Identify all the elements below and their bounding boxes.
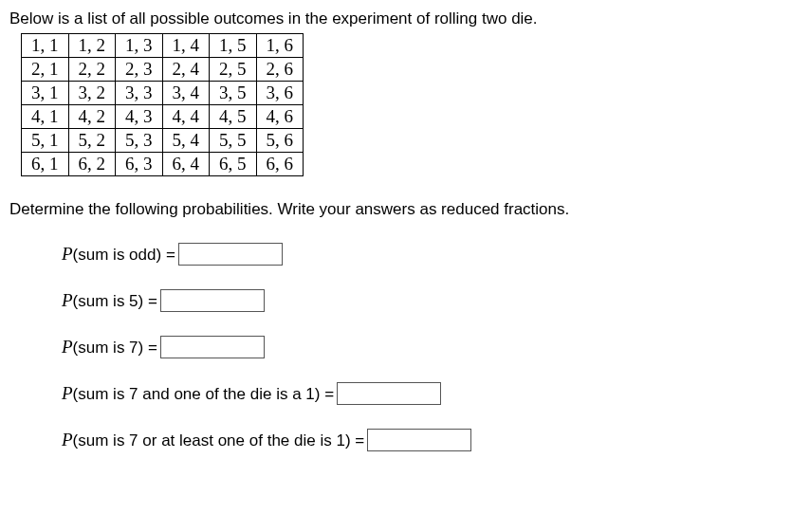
cell: 4, 1 (22, 105, 69, 129)
answer-input-sum-odd[interactable] (178, 243, 283, 266)
answer-input-sum-5[interactable] (160, 289, 265, 312)
question-sum-5: P(sum is 5) = (62, 289, 783, 312)
question-label: P(sum is 7) = (62, 337, 157, 358)
cell: 6, 3 (116, 153, 163, 176)
cell: 5, 3 (116, 129, 163, 153)
cell: 1, 4 (162, 34, 210, 58)
cell: 3, 2 (68, 82, 116, 105)
table-row: 2, 1 2, 2 2, 3 2, 4 2, 5 2, 6 (22, 58, 304, 82)
cell: 1, 3 (116, 34, 163, 58)
instruction-text: Determine the following probabilities. W… (9, 200, 783, 219)
cell: 2, 3 (116, 58, 163, 82)
cell: 2, 2 (68, 58, 116, 82)
cell: 3, 6 (256, 82, 304, 105)
cell: 4, 4 (162, 105, 210, 129)
cell: 4, 3 (116, 105, 163, 129)
cell: 1, 6 (256, 34, 304, 58)
cell: 2, 6 (256, 58, 304, 82)
table-row: 4, 1 4, 2 4, 3 4, 4 4, 5 4, 6 (22, 105, 304, 129)
answer-input-sum-7[interactable] (160, 336, 265, 358)
cell: 2, 4 (162, 58, 210, 82)
cell: 6, 2 (68, 153, 116, 176)
cell: 2, 1 (22, 58, 69, 82)
cell: 5, 2 (68, 129, 116, 153)
cell: 2, 5 (210, 58, 257, 82)
table-row: 6, 1 6, 2 6, 3 6, 4 6, 5 6, 6 (22, 153, 304, 176)
intro-text: Below is a list of all possible outcomes… (9, 9, 783, 28)
cell: 6, 5 (210, 153, 257, 176)
cell: 1, 2 (68, 34, 116, 58)
question-sum-7: P(sum is 7) = (62, 336, 783, 358)
cell: 1, 1 (22, 34, 69, 58)
question-sum-7-and-die-1: P(sum is 7 and one of the die is a 1) = (62, 382, 783, 405)
cell: 3, 3 (116, 82, 163, 105)
table-row: 5, 1 5, 2 5, 3 5, 4 5, 5 5, 6 (22, 129, 304, 153)
question-label: P(sum is 7 or at least one of the die is… (62, 430, 364, 450)
cell: 6, 6 (256, 153, 304, 176)
cell: 4, 6 (256, 105, 304, 129)
question-sum-odd: P(sum is odd) = (62, 243, 783, 266)
cell: 3, 5 (210, 82, 257, 105)
answer-input-sum-7-or-die-1[interactable] (367, 429, 471, 451)
question-label: P(sum is 5) = (62, 290, 157, 311)
cell: 6, 4 (162, 153, 210, 176)
cell: 5, 5 (210, 129, 257, 153)
question-label: P(sum is odd) = (62, 244, 175, 265)
cell: 5, 4 (162, 129, 210, 153)
cell: 4, 5 (210, 105, 257, 129)
question-sum-7-or-die-1: P(sum is 7 or at least one of the die is… (62, 429, 783, 451)
cell: 1, 5 (210, 34, 257, 58)
cell: 3, 4 (162, 82, 210, 105)
cell: 5, 1 (22, 129, 69, 153)
answer-input-sum-7-and-die-1[interactable] (337, 382, 441, 405)
cell: 6, 1 (22, 153, 69, 176)
table-row: 1, 1 1, 2 1, 3 1, 4 1, 5 1, 6 (22, 34, 304, 58)
cell: 5, 6 (256, 129, 304, 153)
outcomes-table: 1, 1 1, 2 1, 3 1, 4 1, 5 1, 6 2, 1 2, 2 … (21, 33, 304, 176)
table-row: 3, 1 3, 2 3, 3 3, 4 3, 5 3, 6 (22, 82, 304, 105)
cell: 4, 2 (68, 105, 116, 129)
cell: 3, 1 (22, 82, 69, 105)
question-label: P(sum is 7 and one of the die is a 1) = (62, 383, 334, 404)
